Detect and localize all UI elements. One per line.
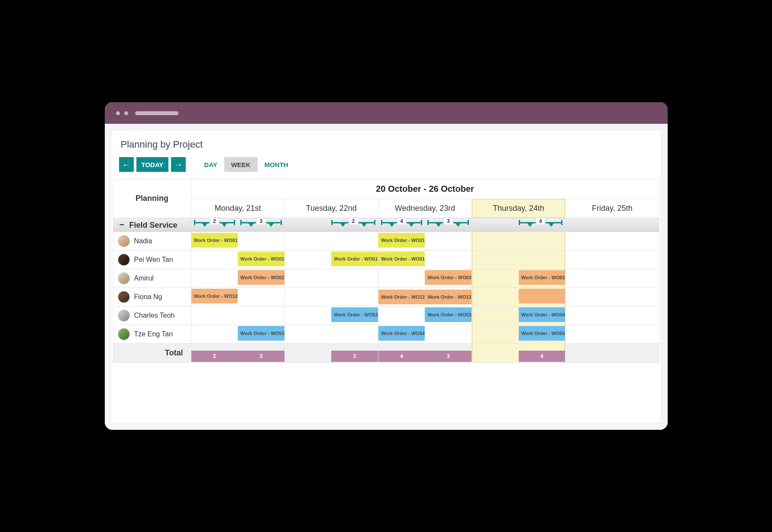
resource-row-charles: Charles Teoh Work Order - WO537... Work … (113, 306, 659, 325)
window-dot-icon (116, 111, 120, 115)
resource-label[interactable]: Charles Teoh (113, 306, 191, 325)
group-badge: 3 (443, 217, 453, 225)
day-header-wed[interactable]: Wednesday, 23rd (378, 199, 472, 218)
total-badge: 4 (519, 351, 565, 362)
work-order[interactable]: Work Order - WO032... (519, 270, 565, 285)
total-label: Total (113, 344, 191, 363)
schedule-grid-wrap: Planning 20 October - 26 October Monday,… (111, 179, 661, 423)
avatar (118, 310, 130, 322)
work-order[interactable]: Work Order - WO550... (519, 326, 565, 341)
day-header-fri[interactable]: Friday, 25th (565, 199, 659, 218)
day-header-tue[interactable]: Tuesday, 22nd (284, 199, 378, 218)
work-order[interactable]: Work Order - WO031... (425, 270, 472, 285)
group-badge: 4 (536, 217, 546, 225)
work-order[interactable]: Work Order - WO536... (238, 326, 284, 341)
app-window: Planning by Project ← TODAY → DAY WEEK M… (105, 102, 668, 430)
arrow-left-icon: ← (122, 160, 131, 170)
toolbar: ← TODAY → DAY WEEK MONTH (111, 154, 661, 179)
work-order[interactable] (519, 289, 565, 303)
avatar (118, 235, 130, 247)
resource-label[interactable]: Fiona Ng (113, 288, 191, 306)
work-order[interactable]: Work Order - WO013... (238, 251, 284, 266)
group-count-thu: 4 (472, 218, 565, 232)
view-switch: DAY WEEK MONTH (197, 157, 295, 172)
view-month-button[interactable]: MONTH (258, 157, 295, 172)
group-count-fri (565, 218, 659, 232)
resource-row-fiona: Fiona Ng Work Order - WO124... Work Orde… (113, 288, 659, 306)
app-body: Planning by Project ← TODAY → DAY WEEK M… (105, 124, 668, 430)
work-order[interactable]: Work Order - WO130... (425, 290, 472, 304)
work-order[interactable]: Work Order - WO544... (378, 326, 425, 341)
window-titlebar (105, 102, 668, 124)
page-title: Planning by Project (121, 139, 652, 150)
prev-button[interactable]: ← (119, 157, 134, 172)
work-order[interactable]: Work Order - WO538... (425, 307, 472, 322)
main-panel: Planning by Project ← TODAY → DAY WEEK M… (111, 130, 662, 424)
work-order[interactable]: Work Order - WO540... (519, 307, 565, 322)
resource-row-amirul: Amirul Work Order - WO023... Work Order … (113, 269, 659, 288)
group-badge: 3 (256, 217, 266, 225)
view-week-button[interactable]: WEEK (224, 157, 258, 172)
date-range-header: 20 October - 26 October (191, 179, 659, 199)
resource-label[interactable]: Nadia (113, 232, 191, 251)
avatar (118, 254, 130, 266)
avatar (118, 291, 130, 303)
page-header: Planning by Project (111, 130, 661, 154)
work-order[interactable]: Work Order - WO015... (331, 251, 378, 266)
group-count-tue: 2 (284, 218, 378, 232)
day-header-thu[interactable]: Thursday, 24th (472, 199, 565, 218)
work-order[interactable]: Work Order - WO018... (378, 251, 425, 266)
group-row-field-service[interactable]: − Field Service 2 3 2 (113, 218, 659, 232)
resource-label[interactable]: Tze Eng Tan (113, 325, 191, 344)
resource-label[interactable]: Amirul (113, 269, 191, 288)
group-badge: 2 (210, 217, 220, 225)
total-row: Total 23 2 43 4 (113, 344, 659, 363)
arrow-right-icon: → (174, 160, 183, 170)
work-order[interactable]: Work Order - WO023... (238, 270, 284, 285)
planning-header: Planning (113, 179, 191, 218)
group-badge: 2 (349, 217, 359, 225)
window-dot-icon (124, 111, 128, 115)
schedule-grid: Planning 20 October - 26 October Monday,… (113, 179, 659, 363)
total-badge: 4 (378, 351, 425, 362)
avatar (118, 328, 130, 340)
group-badge: 4 (397, 217, 407, 225)
group-label[interactable]: − Field Service (113, 218, 191, 232)
total-badge: 3 (425, 351, 472, 362)
total-badge: 2 (331, 351, 378, 362)
view-day-button[interactable]: DAY (197, 157, 224, 172)
group-count-wed: 4 3 (378, 218, 472, 232)
total-badge: 3 (238, 351, 284, 362)
resource-label[interactable]: Pei Wen Tan (113, 251, 191, 269)
work-order[interactable]: Work Order - WO124... (191, 289, 238, 303)
work-order[interactable]: Work Order - WO016... (378, 233, 425, 248)
avatar (118, 272, 130, 284)
day-header-mon[interactable]: Monday, 21st (191, 199, 284, 218)
window-bar-icon (135, 111, 178, 115)
work-order[interactable]: Work Order - WO012... (191, 233, 238, 248)
group-count-mon: 2 3 (191, 218, 284, 232)
today-button[interactable]: TODAY (136, 157, 169, 172)
resource-row-nadia: Nadia Work Order - WO012... Work Order -… (113, 232, 659, 251)
resource-row-pei: Pei Wen Tan Work Order - WO013... Work O… (113, 251, 659, 269)
collapse-icon[interactable]: − (120, 220, 127, 230)
group-name: Field Service (129, 221, 178, 229)
total-badge: 2 (191, 351, 238, 362)
resource-row-tze: Tze Eng Tan Work Order - WO536... Work O… (113, 325, 659, 344)
work-order[interactable]: Work Order - WO127... (378, 290, 425, 304)
work-order[interactable]: Work Order - WO537... (331, 307, 378, 322)
next-button[interactable]: → (171, 157, 186, 172)
